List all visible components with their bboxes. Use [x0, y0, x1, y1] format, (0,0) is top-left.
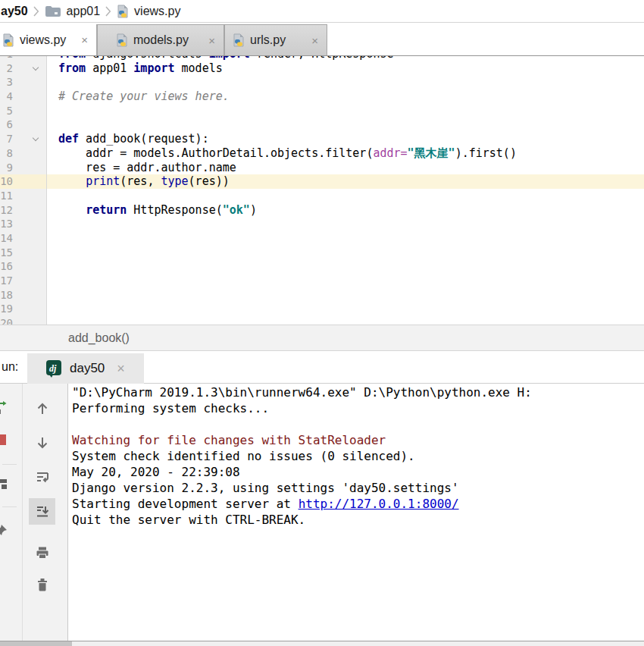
rerun-icon[interactable] — [0, 400, 8, 416]
code-line: 20 — [0, 316, 644, 325]
tab-models-py[interactable]: models.py × — [97, 24, 224, 55]
tab-label: views.py — [20, 33, 66, 47]
gutter: 5 — [0, 104, 47, 118]
svg-text:dj: dj — [49, 363, 57, 374]
python-file-icon — [2, 33, 14, 47]
line-number: 20 — [0, 316, 13, 325]
code-line: 2from app01 import models — [0, 61, 644, 76]
tab-label: urls.py — [250, 33, 286, 47]
fold-icon[interactable] — [33, 64, 39, 70]
console-link[interactable]: http://127.0.0.1:8000/ — [299, 497, 459, 511]
editor-breadcrumbs-bar: add_book() — [0, 325, 644, 351]
python-file-icon — [233, 33, 245, 47]
breadcrumb-package[interactable]: app01 — [67, 5, 101, 18]
breadcrumb-file[interactable]: views.py — [134, 5, 180, 18]
print-icon[interactable] — [29, 539, 55, 566]
gutter: 20 — [0, 316, 47, 325]
tab-label: models.py — [133, 33, 189, 47]
code-text: addr = models.AuthorDetail.objects.filte… — [47, 146, 644, 161]
console-text: "D:\PyCharm 2019.1.3\bin\runnerw64.exe" … — [72, 385, 532, 400]
code-text — [47, 274, 644, 288]
line-number: 8 — [0, 146, 13, 161]
close-icon[interactable]: × — [81, 33, 88, 46]
code-line: 11 — [0, 189, 644, 203]
line-number: 12 — [0, 203, 13, 218]
code-text: res = addr.author.name — [47, 161, 644, 175]
gutter: 4 — [0, 89, 47, 104]
folder-icon — [45, 5, 61, 17]
line-number: 15 — [0, 246, 13, 260]
console-line — [72, 416, 644, 432]
breadcrumb-project[interactable]: ay50 — [1, 5, 28, 18]
stop-icon[interactable] — [0, 432, 8, 447]
gutter: 9 — [0, 161, 47, 175]
console-output[interactable]: "D:\PyCharm 2019.1.3\bin\runnerw64.exe" … — [68, 384, 644, 641]
scrollbar-thumb[interactable] — [0, 641, 72, 646]
code-line: 19 — [0, 302, 644, 316]
tab-views-py[interactable]: views.py × — [0, 24, 97, 55]
code-line: 10 print(res, type(res)) — [0, 174, 644, 189]
scroll-to-end-icon[interactable] — [29, 498, 55, 525]
clear-icon[interactable] — [29, 571, 55, 597]
toolbar-separator — [2, 506, 17, 507]
down-arrow-icon[interactable] — [29, 429, 55, 456]
gutter: 13 — [0, 217, 47, 231]
restore-layout-icon[interactable] — [0, 476, 8, 491]
console-line: Quit the server with CTRL-BREAK. — [72, 512, 644, 528]
code-text: return HttpResponse("ok") — [47, 203, 644, 218]
console-text: Django version 2.2.3, using settings 'da… — [72, 481, 459, 495]
line-number: 11 — [0, 189, 13, 203]
code-text — [47, 288, 644, 303]
line-number: 14 — [0, 231, 13, 246]
line-number: 3 — [0, 75, 13, 89]
gutter: 16 — [0, 259, 47, 274]
console-line: Performing system checks... — [72, 400, 644, 416]
close-icon[interactable]: × — [117, 361, 125, 377]
gutter: 19 — [0, 302, 47, 316]
soft-wrap-icon[interactable] — [29, 463, 55, 490]
code-text — [47, 217, 644, 231]
fold-icon[interactable] — [33, 135, 39, 141]
console-text: Performing system checks... — [72, 401, 269, 416]
code-text — [47, 75, 644, 89]
console-text: Quit the server with CTRL-BREAK. — [72, 513, 305, 527]
code-text — [47, 246, 644, 260]
console-text: Starting development server at — [72, 497, 299, 511]
line-number: 16 — [0, 259, 13, 274]
console-line: May 20, 2020 - 22:39:08 — [72, 464, 644, 480]
gutter: 3 — [0, 75, 47, 89]
console-line: System check identified no issues (0 sil… — [72, 448, 644, 464]
run-tab-day50[interactable]: dj day50 × — [27, 353, 144, 384]
django-icon: dj — [45, 359, 64, 378]
line-number: 13 — [0, 217, 13, 231]
code-line: 5 — [0, 104, 644, 118]
python-file-icon — [116, 33, 128, 47]
tab-urls-py[interactable]: urls.py × — [224, 24, 327, 55]
line-number: 18 — [0, 288, 13, 303]
code-text: # Create your views here. — [47, 89, 644, 104]
code-line: 9 res = addr.author.name — [0, 161, 644, 175]
breadcrumb-function[interactable]: add_book() — [68, 331, 130, 345]
close-icon[interactable]: × — [208, 34, 215, 47]
line-number: 19 — [0, 302, 13, 316]
code-text: def add_book(request): — [47, 132, 644, 146]
pin-icon[interactable] — [0, 523, 8, 538]
code-editor[interactable]: 1from django.shortcuts import render, Ht… — [0, 56, 644, 325]
close-icon[interactable]: × — [311, 34, 318, 47]
console-text: May 20, 2020 - 22:39:08 — [72, 465, 240, 479]
up-arrow-icon[interactable] — [29, 395, 55, 422]
code-line: 15 — [0, 246, 644, 260]
breadcrumb: ay50 app01 views.py — [0, 0, 644, 23]
code-line: 4# Create your views here. — [0, 89, 644, 104]
code-line: 13 — [0, 217, 644, 231]
console-text: Watching for file changes with StatReloa… — [72, 433, 386, 447]
code-text: from app01 import models — [47, 61, 644, 76]
python-file-icon — [117, 5, 129, 18]
pycharm-window: ay50 app01 views.py views.py × mode — [0, 0, 644, 646]
line-number: 6 — [0, 118, 13, 132]
console-line: "D:\PyCharm 2019.1.3\bin\runnerw64.exe" … — [72, 384, 644, 400]
code-text — [47, 316, 644, 325]
line-number: 17 — [0, 274, 13, 288]
gutter: 17 — [0, 274, 47, 288]
horizontal-scrollbar[interactable] — [0, 641, 644, 646]
